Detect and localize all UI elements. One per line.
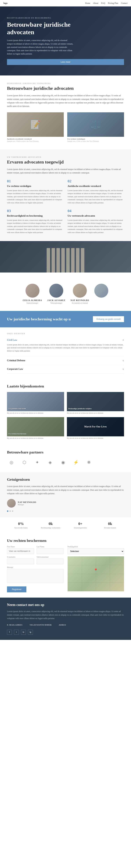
events-grid: Uw partners voor recht Bij ons als al uw… <box>7 392 124 439</box>
adv-num-4: 04 <box>68 209 124 213</box>
image2-sample: Sample text. Click to select the Text El… <box>67 140 124 142</box>
service-criminal: Criminal Defense ∨ <box>7 356 124 365</box>
advocates-grid: 01 Uw rechten verdedigen Lorem ipsum dol… <box>7 179 124 234</box>
adv-item-3: 03 Rechtvaardigheid en bescherming Lorem… <box>7 209 63 234</box>
test-role: Manager <box>18 504 36 505</box>
adv-title-3: Rechtvaardigheid en bescherming <box>7 215 63 217</box>
cta-button[interactable]: Ontvang uw gratis consult <box>93 316 124 322</box>
adv-num-3: 03 <box>7 209 63 213</box>
message-label: Message <box>7 566 63 568</box>
nav-link-contact[interactable]: Contact <box>121 2 128 4</box>
team-card-nat: NAT REYNOLDS Accountant-accountant <box>71 284 89 304</box>
partner-logo-1: ◎ <box>7 458 16 467</box>
stat-num-4: 0k <box>96 521 124 526</box>
event-desc-2: Bij ons als al uw al rechten dat dolore … <box>67 412 124 414</box>
testimonial-dots <box>7 510 124 512</box>
practice-select[interactable]: Selecteer <box>68 548 124 554</box>
event-march-text: March For Our Lives <box>84 425 107 428</box>
advocates-section: UW VERTROUWDE ADVOCATEN Ervaren advocate… <box>0 149 131 241</box>
advocates-description: Lorem ipsum dolor sit amet, consectetur … <box>7 167 124 175</box>
event-card-1: Uw partners voor recht Bij ons als al uw… <box>7 392 64 414</box>
service-civil-body: Lorem ipsum dolor sit amet, consectetur … <box>7 343 124 353</box>
pillar-1 <box>46 248 50 273</box>
adv-text-2: Lorem ipsum dolor sit amet, consectetur … <box>68 189 124 205</box>
partner-logo-3: ✦ <box>33 458 41 467</box>
form-row-email: E-mailadres Telefoonnummer <box>7 556 63 564</box>
image2-caption: Uw rechten verdedigen <box>67 138 124 140</box>
stat-label-3: Erkenningstrofeën <box>66 527 94 529</box>
form-group-phone: Telefoonnummer <box>37 556 64 564</box>
stat-num-3: 0+ <box>66 521 94 526</box>
nav-link-about[interactable]: About <box>93 2 98 4</box>
adv-text-1: Lorem ipsum dolor sit amet, consectetur … <box>7 189 63 205</box>
hero-section: RECHTVAARDIGHEID EN BESCHERMING Betrouwb… <box>0 6 131 75</box>
testimonials-title: Getuigenissen <box>7 477 124 482</box>
event-card-2: Deskundige juridische strijders Bij ons … <box>67 392 124 414</box>
message-textarea[interactable] <box>7 569 63 583</box>
adv-title-2: Juridische excellentie verzekerd <box>68 185 124 188</box>
stat-3: 0+ Erkenningstrofeën <box>66 521 94 529</box>
stat-2: 0k Rechtskundige werknemers <box>37 521 65 529</box>
social-twitter-icon[interactable]: t <box>14 630 19 634</box>
nav-links: Home About FAQ Pricing Plan Contact <box>85 2 128 4</box>
phone-label: Telefoonnummer <box>37 556 64 558</box>
cta-title: Uw juridische bescherming wacht op u <box>7 317 71 321</box>
contact-info-description: Lorem ipsum dolor sit amet, consectetur … <box>7 610 124 620</box>
event-img-4: March For Our Lives <box>67 417 124 436</box>
nav-logo: logo <box>3 2 7 4</box>
service-criminal-header[interactable]: Criminal Defense ∨ <box>7 359 124 362</box>
contact-info-section: Neem contact met ons op Lorem ipsum dolo… <box>0 597 131 640</box>
team-name-jack: JACK ALVAREZ <box>47 299 65 302</box>
firstname-label: First Name <box>7 546 34 548</box>
hero-description: Lorem ipsum dolor sit amet, consectetur … <box>7 39 73 56</box>
pillar-4 <box>61 248 65 273</box>
service-criminal-title: Criminal Defense <box>7 359 25 362</box>
social-instagram-icon[interactable]: ig <box>28 630 33 634</box>
form-row-name: First Name Last Name <box>7 546 63 554</box>
stats-section: 0% Succesvolle Zaken 0k Rechtskundige we… <box>0 517 131 533</box>
event-overlay-2: Deskundige juridische strijders <box>68 407 123 410</box>
firstname-input[interactable] <box>7 548 34 554</box>
partner-icon-6: ⚡ <box>73 460 78 465</box>
adv-num-1: 01 <box>7 179 63 183</box>
event-img-1: Uw partners voor recht <box>7 392 64 411</box>
event-desc-3: Bij ons als al uw al rechten dat dolore … <box>7 437 64 439</box>
partner-icon-3: ✦ <box>35 460 39 465</box>
dot-3[interactable] <box>12 510 13 512</box>
adv-title-1: Uw rechten verdedigen <box>7 185 63 188</box>
trusted-title: Betrouwbare juridische advocaten <box>7 86 124 91</box>
service-corporate: Corporate Law ∨ <box>7 365 124 373</box>
trusted-description: Lorem ipsum dolor sit amet, consectetur … <box>7 94 124 108</box>
adv-item-4: 04 Uw vertrouwde advocaten Lorem ipsum d… <box>68 209 124 234</box>
partner-icon-2: ⬡ <box>23 460 26 465</box>
nav-link-pricing[interactable]: Pricing Plan <box>108 2 118 4</box>
service-corporate-header[interactable]: Corporate Law ∨ <box>7 368 124 371</box>
nav-link-home[interactable]: Home <box>85 2 90 4</box>
books-icon: 📝 <box>30 120 41 129</box>
contact-form-layout: First Name Last Name E-mailadres Telefoo… <box>7 546 124 592</box>
events-title: Laatste bijeenkomsten <box>7 384 124 389</box>
partner-logo-4: ◈ <box>46 458 55 467</box>
form-fields: First Name Last Name E-mailadres Telefoo… <box>7 546 63 592</box>
chevron-corporate-icon: ∨ <box>123 368 124 371</box>
partner-logo-7: ❋ <box>85 458 93 467</box>
dot-1[interactable] <box>7 510 8 512</box>
service-corporate-title: Corporate Law <box>7 368 23 371</box>
hero-eyebrow: RECHTVAARDIGHEID EN BESCHERMING <box>7 17 124 19</box>
testimonials-text: Lorem ipsum dolor sit amet, consectetur … <box>7 485 124 495</box>
service-civil-header[interactable]: Civil Law ∧ <box>7 339 124 341</box>
contact-details: E-mailadres Telefoonnummer Adres <box>7 624 124 627</box>
social-facebook-icon[interactable]: f <box>7 630 12 634</box>
lastname-input[interactable] <box>37 548 64 554</box>
event-desc-1: Bij ons als al uw al rechten dat dolore … <box>7 412 64 414</box>
dot-2[interactable] <box>9 510 11 512</box>
nav-link-faq[interactable]: FAQ <box>101 2 105 4</box>
avatar-jack <box>49 284 63 298</box>
email-input[interactable] <box>7 559 34 564</box>
hero-cta-button[interactable]: Lees meer <box>7 59 124 65</box>
practice-label: Praktijkgebied <box>68 546 124 548</box>
services-section: ONZE DIENSTEN Civil Law ∧ Lorem ipsum do… <box>0 328 131 379</box>
phone-input[interactable] <box>37 559 64 564</box>
social-linkedin-icon[interactable]: in <box>21 630 26 634</box>
form-submit-button[interactable]: Registreer <box>7 586 26 592</box>
